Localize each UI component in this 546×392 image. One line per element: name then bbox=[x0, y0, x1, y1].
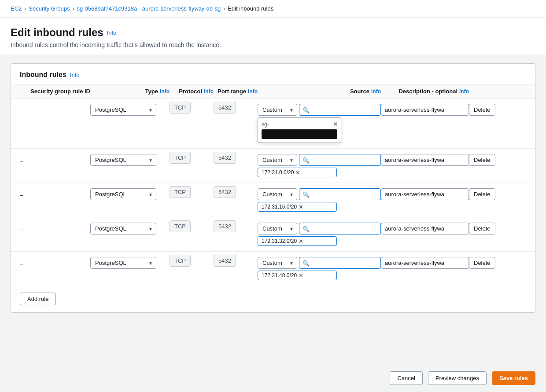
tag-chip-close-3-0[interactable]: ✕ bbox=[299, 238, 303, 244]
search-input-0[interactable] bbox=[299, 104, 381, 116]
th-action bbox=[469, 88, 513, 95]
save-rules-button[interactable]: Save rules bbox=[492, 371, 535, 385]
search-input-4[interactable] bbox=[299, 257, 381, 269]
page-subtitle: Inbound rules control the incoming traff… bbox=[11, 41, 535, 48]
col-type-1: PostgreSQL ▼ bbox=[90, 154, 170, 166]
search-input-3[interactable] bbox=[299, 223, 381, 234]
col-type-4: PostgreSQL ▼ bbox=[90, 257, 170, 269]
source-select-4[interactable]: Custom bbox=[258, 257, 297, 269]
breadcrumb-ec2[interactable]: EC2 bbox=[11, 5, 22, 12]
col-port-0: 5432 bbox=[214, 104, 258, 111]
breadcrumb-security-groups[interactable]: Security Groups bbox=[29, 5, 70, 12]
port-field-2: 5432 bbox=[214, 186, 236, 198]
port-field-0: 5432 bbox=[214, 102, 236, 114]
page-title-row: Edit inbound rules Info bbox=[11, 26, 535, 39]
type-select-wrapper-4: PostgreSQL ▼ bbox=[90, 257, 156, 269]
breadcrumb-sg-id[interactable]: sg-05689af7471c9318a - aurora-serverless… bbox=[77, 5, 221, 12]
col-action-0: Delete bbox=[469, 104, 513, 116]
search-input-2[interactable] bbox=[299, 188, 381, 200]
port-field-4: 5432 bbox=[214, 255, 236, 267]
desc-input-3[interactable] bbox=[381, 223, 469, 234]
col-action-3: Delete bbox=[469, 223, 513, 234]
type-select-2[interactable]: PostgreSQL bbox=[90, 188, 156, 200]
source-select-1[interactable]: Custom bbox=[258, 154, 297, 166]
search-input-1[interactable] bbox=[299, 154, 381, 166]
rule-row-2: – PostgreSQL ▼ TCP 5432 Custom bbox=[11, 183, 535, 217]
th-source: Source Info bbox=[258, 88, 381, 95]
type-select-1[interactable]: PostgreSQL bbox=[90, 154, 156, 166]
cancel-button[interactable]: Cancel bbox=[390, 371, 422, 385]
source-select-0[interactable]: Custom bbox=[258, 104, 297, 116]
source-info-link[interactable]: Info bbox=[371, 88, 381, 95]
search-input-wrapper-1: 🔍 bbox=[299, 154, 381, 166]
source-area-2: Custom ▼ 🔍 172.31.16.0/20 ✕ bbox=[258, 188, 381, 212]
rule-id-4: – bbox=[20, 257, 90, 267]
protocol-info-link[interactable]: Info bbox=[204, 88, 214, 95]
type-select-wrapper-2: PostgreSQL ▼ bbox=[90, 188, 156, 200]
source-select-2[interactable]: Custom bbox=[258, 188, 297, 200]
source-area-1: Custom ▼ 🔍 172.31.0.0/20 ✕ bbox=[258, 154, 381, 177]
source-combo-4: Custom ▼ 🔍 bbox=[258, 257, 381, 269]
rule-id-1: – bbox=[20, 154, 90, 164]
col-action-1: Delete bbox=[469, 154, 513, 166]
desc-input-2[interactable] bbox=[381, 188, 469, 200]
preview-changes-button[interactable]: Preview changes bbox=[428, 371, 487, 385]
tag-chip-3-0: 172.31.32.0/20 ✕ bbox=[258, 236, 337, 246]
rule-row-4: – PostgreSQL ▼ TCP 5432 Custom bbox=[11, 252, 535, 286]
source-select-3[interactable]: Custom bbox=[258, 223, 297, 234]
delete-button-0[interactable]: Delete bbox=[469, 104, 495, 116]
col-port-1: 5432 bbox=[214, 154, 258, 161]
desc-input-4[interactable] bbox=[381, 257, 469, 269]
source-select-wrapper-0: Custom ▼ bbox=[258, 104, 297, 116]
rule-id-0: – bbox=[20, 104, 90, 114]
page-info-link[interactable]: Info bbox=[107, 29, 117, 36]
desc-info-link[interactable]: Info bbox=[459, 88, 469, 95]
tag-chip-close-4-0[interactable]: ✕ bbox=[299, 273, 303, 278]
delete-button-1[interactable]: Delete bbox=[469, 154, 495, 166]
type-select-3[interactable]: PostgreSQL bbox=[90, 223, 156, 234]
dropdown-sg-item-0: sg- bbox=[262, 121, 337, 139]
protocol-field-0: TCP bbox=[170, 102, 191, 114]
rules-container: – PostgreSQL ▼ TCP 5432 Custom bbox=[11, 99, 535, 286]
col-desc-1 bbox=[381, 154, 469, 166]
page-header: Edit inbound rules Info Inbound rules co… bbox=[0, 18, 546, 55]
delete-button-2[interactable]: Delete bbox=[469, 188, 495, 200]
type-info-link[interactable]: Info bbox=[160, 88, 170, 95]
type-select-0[interactable]: PostgreSQL bbox=[90, 104, 156, 116]
th-type: Type Info bbox=[90, 88, 170, 95]
protocol-field-4: TCP bbox=[170, 255, 191, 267]
col-protocol-0: TCP bbox=[170, 104, 214, 111]
dropdown-close-btn-0[interactable]: ✕ bbox=[333, 121, 338, 128]
port-field-3: 5432 bbox=[214, 220, 236, 232]
rule-id-2: – bbox=[20, 188, 90, 198]
dropdown-sg-value-0 bbox=[262, 129, 337, 139]
source-dropdown-0: ✕ sg- bbox=[258, 117, 341, 143]
rule-id-3: – bbox=[20, 223, 90, 233]
tag-chip-2-0: 172.31.16.0/20 ✕ bbox=[258, 202, 337, 212]
add-rule-button[interactable]: Add rule bbox=[20, 293, 56, 305]
delete-button-4[interactable]: Delete bbox=[469, 257, 495, 269]
col-desc-3 bbox=[381, 223, 469, 234]
search-icon-2: 🔍 bbox=[303, 191, 310, 198]
desc-input-1[interactable] bbox=[381, 154, 469, 166]
source-combo-2: Custom ▼ 🔍 bbox=[258, 188, 381, 200]
source-select-wrapper-1: Custom ▼ bbox=[258, 154, 297, 166]
col-action-4: Delete bbox=[469, 257, 513, 269]
breadcrumb-sep-1: › bbox=[24, 6, 26, 12]
th-rule-id: Security group rule ID bbox=[20, 88, 90, 95]
panel-info-link[interactable]: Info bbox=[70, 72, 80, 78]
tag-chip-1-0: 172.31.0.0/20 ✕ bbox=[258, 168, 337, 177]
add-rule-row: Add rule bbox=[11, 286, 535, 312]
source-area-3: Custom ▼ 🔍 172.31.32.0/20 ✕ bbox=[258, 223, 381, 246]
type-select-4[interactable]: PostgreSQL bbox=[90, 257, 156, 269]
desc-input-0[interactable] bbox=[381, 104, 469, 116]
tag-chip-close-2-0[interactable]: ✕ bbox=[299, 204, 303, 210]
col-desc-0 bbox=[381, 104, 469, 116]
tag-chip-close-1-0[interactable]: ✕ bbox=[295, 170, 300, 176]
panel-title: Inbound rules bbox=[20, 71, 66, 79]
col-desc-2 bbox=[381, 188, 469, 200]
th-desc: Description - optional Info bbox=[381, 88, 469, 95]
col-type-3: PostgreSQL ▼ bbox=[90, 223, 170, 234]
delete-button-3[interactable]: Delete bbox=[469, 223, 495, 234]
port-info-link[interactable]: Info bbox=[248, 88, 258, 95]
